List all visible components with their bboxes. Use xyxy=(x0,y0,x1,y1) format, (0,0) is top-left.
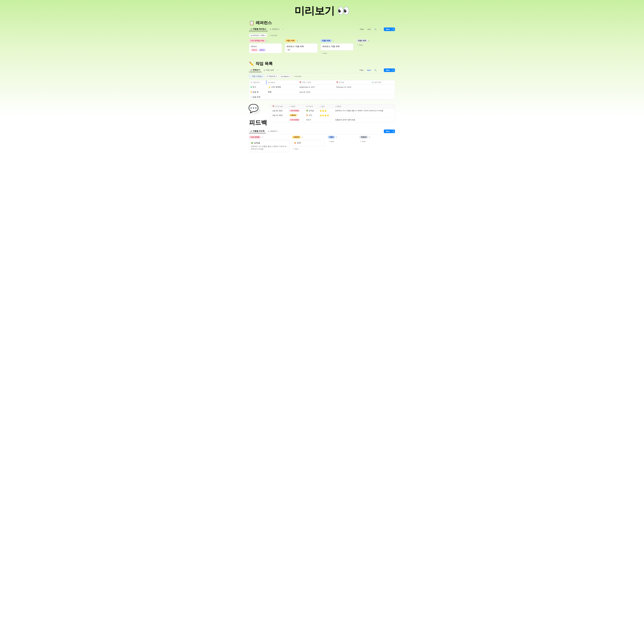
add-filter-button[interactable]: + Add filter xyxy=(268,34,279,37)
task-add-filter-plus: + xyxy=(293,75,294,77)
table-row[interactable]: 완고 🌙 너의 세계로 September 8, 2017 February 1… xyxy=(249,85,395,90)
new-button[interactable]: New xyxy=(384,27,392,31)
status-dot-writing xyxy=(251,91,252,93)
th-status: ⚙ 작업상태 xyxy=(249,80,266,85)
col-add-btn-2[interactable]: + New xyxy=(321,52,353,55)
mini-table-row[interactable]: 너의 세계로 이민수 인물관의 관계가 흥미로움 xyxy=(271,118,395,122)
status-dot-done xyxy=(251,86,252,88)
fb-work-tag-1: 작품명2 xyxy=(289,114,297,116)
col-count-0: 2 xyxy=(266,40,267,42)
task-new-chevron[interactable]: ▾ xyxy=(392,69,395,72)
td-name-2 xyxy=(266,95,298,100)
attach-col-icon: 📎 xyxy=(372,81,374,83)
td-status-0: 완고 xyxy=(249,85,266,90)
task-filter-row: ↑ 작업 시작일 ▾ ⚙ 작업상태 ▾ Aa Name ▾ + Add filt… xyxy=(249,75,395,78)
fb-col-tag-3: 작품명4 xyxy=(359,136,368,139)
tag-fantasy: 판타지 xyxy=(251,49,258,51)
search-icon[interactable]: 🔍 xyxy=(373,28,378,31)
task-toolbar: ⊟ 전체보기 ⊞ 작업 상태 + Filter Sort 🔍 ··· New ▾ xyxy=(249,68,395,73)
name-col-icon: Aa xyxy=(268,82,270,83)
author-icon-0: 🌿 xyxy=(306,110,308,112)
stars-1: ⭐⭐⭐⭐ xyxy=(319,114,329,116)
fb-add-btn-3[interactable]: + New xyxy=(359,140,388,143)
filter-button[interactable]: Filter xyxy=(359,28,365,31)
fb-col-header-1: 작품명2 1 xyxy=(292,136,325,139)
add-plus-icon: + xyxy=(321,52,323,54)
th-startdate: 📅 작업 시작일 xyxy=(298,80,335,85)
task-filter-button[interactable]: Filter xyxy=(358,69,365,72)
board-card-1-0[interactable]: 레퍼런스 작품 제목 SF xyxy=(285,43,318,53)
task-more-button[interactable]: ··· xyxy=(379,69,383,72)
col-count-1: 1 xyxy=(297,40,298,42)
fb-card-1-0[interactable]: 🍕 피자 xyxy=(292,140,325,146)
task-icon: ✏️ xyxy=(249,61,254,66)
task-toolbar-right: Filter Sort 🔍 ··· New ▾ xyxy=(358,68,395,72)
mini-table-row[interactable]: July 13, 2022 작품명2 🍕 피자 ⭐⭐⭐⭐ xyxy=(271,113,395,118)
mini-table-row[interactable]: July 29, 2022 너의 세계로 🌿 김픽글 ⭐⭐⭐ 전체적인 서사 진… xyxy=(271,108,395,113)
fb-card-0-0[interactable]: 🌿 김픽글 전체적인 서사 진행은 좋으나 캐릭터 각자의 내러티브가 아쉬움 xyxy=(249,140,289,152)
filter-chip-chevron: ▾ xyxy=(264,34,265,36)
task-add-filter-button[interactable]: + Add filter xyxy=(292,75,303,78)
author-icon-1: 🍕 xyxy=(306,114,308,116)
task-new-button[interactable]: New xyxy=(384,68,392,72)
fb-card-name-0-0: 🌿 김픽글 xyxy=(251,142,287,144)
task-table-container: ⚙ 작업상태 Aa Name 📅 작업 시작일 xyxy=(249,80,395,100)
tab-reference-all[interactable]: ⊟ 전체보기 xyxy=(268,27,281,31)
table-row[interactable]: 집필 중 제목 July 29, 2022 xyxy=(249,90,395,95)
filter-name-icon: Aa xyxy=(281,76,283,77)
new-chevron[interactable]: ▾ xyxy=(392,28,395,31)
fb-add-plus-2: + xyxy=(329,140,330,143)
th-fb-comment: ≡ 한줄평 xyxy=(333,104,395,108)
fb-col-3: 작품명4 0 + New xyxy=(359,136,388,153)
feedback-toolbar: ⊞ 작품별 피드백 ⊟ 전체보기 New ▾ xyxy=(249,129,395,134)
th-name: Aa Name xyxy=(266,80,298,85)
filter-status-icon: ⚙ xyxy=(266,75,268,77)
col-tag-3: 작품4 제목 xyxy=(356,39,368,42)
board-column-2: 작품3 제목 1 레퍼런스 작품 제목 + New xyxy=(321,39,353,55)
more-button[interactable]: ··· xyxy=(379,28,383,31)
fb-add-btn-1[interactable]: + New xyxy=(292,147,325,151)
fb-col-count-2: 0 xyxy=(336,136,337,138)
fb-card-name-1-0: 🍕 피자 xyxy=(294,142,323,144)
fb-add-btn-2[interactable]: + New xyxy=(328,140,356,143)
reference-icon: 📋 xyxy=(249,20,254,25)
feedback-new-chevron[interactable]: ▾ xyxy=(392,130,395,133)
feedback-title: 피드백 xyxy=(249,119,267,127)
task-sort-button[interactable]: Sort xyxy=(366,69,372,72)
col-add-btn-3[interactable]: + New xyxy=(356,43,389,47)
filter-chip-status[interactable]: ⚙ 작업상태 ▾ xyxy=(265,75,278,78)
add-view-button[interactable]: + xyxy=(281,27,285,31)
tab-task-status[interactable]: ⊞ 작업 상태 xyxy=(262,68,275,72)
td-fb-work-1: 작품명2 xyxy=(288,113,304,118)
add-plus-icon-3: + xyxy=(357,44,358,46)
filter-chip-name[interactable]: Aa Name ▾ xyxy=(279,75,291,78)
sort-button[interactable]: Sort xyxy=(366,28,372,31)
td-enddate-1 xyxy=(335,90,370,95)
tab-reference-bywork[interactable]: ⊞ 작품별 레퍼런스 xyxy=(249,27,268,31)
add-view-task[interactable]: + xyxy=(276,68,279,72)
tab-feedback-all[interactable]: ⊟ 전체보기 xyxy=(266,129,279,133)
reference-header: 📋 레퍼런스 xyxy=(249,20,395,25)
table-row[interactable]: 집필 예정 xyxy=(249,95,395,100)
title-emoji: 👀 xyxy=(337,5,350,16)
feedback-tabs: ⊞ 작품별 피드백 ⊟ 전체보기 xyxy=(249,129,279,133)
board-icon-task: ⊞ xyxy=(264,69,265,71)
feedback-mini-table: 📅 피드백 날짜 ≡ 작품명 Aa 작성자 ☆ 별점 ≡ 한줄평 July 29… xyxy=(270,104,395,122)
task-search-icon[interactable]: 🔍 xyxy=(373,69,378,72)
board-card-0-0[interactable]: 어비스 판타지 로맨스 xyxy=(249,43,282,53)
filter-chip-startdate[interactable]: ↑ 작업 시작일 ▾ xyxy=(249,75,264,78)
board-card-2-0[interactable]: 레퍼런스 작품 제목 xyxy=(321,43,353,51)
reference-section: 📋 레퍼런스 ⊞ 작품별 레퍼런스 ⊟ 전체보기 + Filter Sort 🔍… xyxy=(246,20,398,56)
board-column-1: 작품2 제목 1 레퍼런스 작품 제목 SF xyxy=(285,39,318,55)
tag-romance: 로맨스 xyxy=(259,49,266,51)
filter-chip-work[interactable]: Aa 레퍼런스 작품 ▾ xyxy=(249,34,267,37)
tab-task-all[interactable]: ⊟ 전체보기 xyxy=(249,68,262,72)
fb-col-0: 너의 세계로 2 🌿 김픽글 전체적인 서사 진행은 좋으나 캐릭터 각자의 내… xyxy=(249,136,289,153)
feedback-new-button[interactable]: New xyxy=(384,130,392,133)
mini-table: 📅 피드백 날짜 ≡ 작품명 Aa 작성자 ☆ 별점 ≡ 한줄평 July 29… xyxy=(271,104,395,122)
col-tag-0: 너의 세계로(가제) xyxy=(249,39,265,42)
fb-col-1: 작품명2 1 🍕 피자 + New xyxy=(292,136,325,153)
td-fb-comment-0: 전체적인 서사 진행은 좋으나 캐릭터 각자의 내러티브가 아쉬움 xyxy=(333,108,395,113)
col-header-2: 작품3 제목 1 xyxy=(321,39,353,42)
tab-feedback-bywork[interactable]: ⊞ 작품별 피드백 xyxy=(249,129,266,133)
